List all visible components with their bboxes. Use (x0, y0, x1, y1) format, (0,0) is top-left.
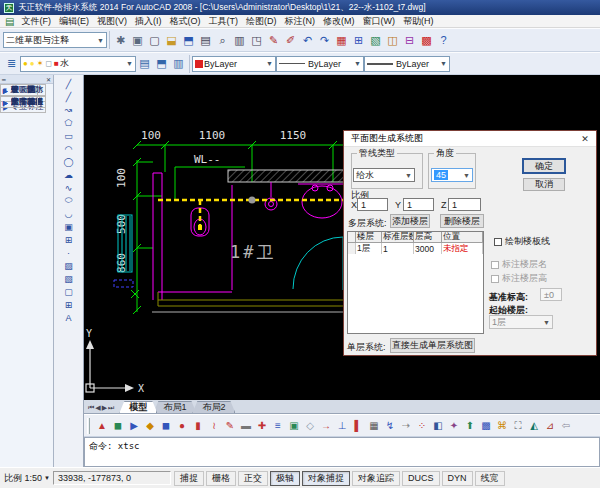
draw-tool-icon[interactable]: ↝ (59, 103, 79, 116)
menu-item[interactable]: 文件(F) (17, 15, 55, 27)
tz-tool-icon[interactable]: ≡ (270, 418, 286, 434)
draw-tool-icon[interactable]: ∿ (59, 181, 79, 194)
layer-tool-icon[interactable]: ⬒ (153, 55, 170, 72)
layer-state-icon[interactable]: ● (23, 59, 28, 68)
tz-tool-icon[interactable]: ⁘ (414, 418, 430, 434)
menu-item[interactable]: 帮助(H) (399, 15, 438, 27)
close-icon[interactable]: ✕ (46, 76, 51, 83)
delete-floor-button[interactable]: 删除楼层 (440, 214, 484, 228)
ok-button[interactable]: 确定 (523, 159, 565, 173)
tz-tool-icon[interactable]: ⬆ (462, 418, 478, 434)
tab-navigation-arrows[interactable]: ⏮◀▶⏭ (88, 404, 115, 412)
tz-tool-icon[interactable]: ◼ (110, 418, 126, 434)
draw-tool-icon[interactable]: ⊞ (59, 298, 79, 311)
floors-table[interactable]: 楼层 标准层数 层高 位置 1层 1 3000 未指定 (347, 231, 484, 334)
sidebar-item[interactable]: 帮 助 (0, 96, 38, 108)
command-line[interactable]: 命令: xtsc (84, 437, 600, 467)
status-toggle[interactable]: 线宽 (475, 471, 505, 486)
draw-slab-checkbox[interactable]: 绘制楼板线 (494, 235, 550, 248)
pipe-type-combo[interactable]: 给水 ▼ (353, 168, 415, 182)
toolbar-icon[interactable]: ✐ (282, 32, 299, 49)
tz-tool-icon[interactable]: ◆ (142, 418, 158, 434)
scale-control[interactable]: 比例 1:50 ▼ (4, 472, 50, 485)
toolbar-icon[interactable]: ▩ (418, 32, 435, 49)
menu-item[interactable]: 视图(V) (93, 15, 131, 27)
tz-tool-icon[interactable]: ▬ (238, 418, 254, 434)
toolbar-icon[interactable]: ◳ (248, 32, 265, 49)
base-elevation-input[interactable]: ±0 (540, 288, 562, 301)
add-floor-button[interactable]: 添加楼层 (390, 214, 430, 228)
dialog-title-bar[interactable]: 平面图生成系统图 (344, 131, 596, 147)
tz-tool-icon[interactable]: ✎ (222, 418, 238, 434)
menu-item[interactable]: 绘图(D) (242, 15, 281, 27)
toolbar-icon[interactable]: ✎ (265, 32, 282, 49)
draw-tool-icon[interactable]: ◠ (59, 142, 79, 155)
generate-single-floor-button[interactable]: 直接生成单层系统图 (390, 338, 475, 353)
toolbar-icon[interactable]: ▧ (367, 32, 384, 49)
tz-tool-icon[interactable]: ⇦ (558, 418, 574, 434)
draw-tool-icon[interactable]: ╱ (59, 77, 79, 90)
tz-tool-icon[interactable]: ● (174, 418, 190, 434)
tz-tool-icon[interactable]: ▦ (366, 418, 382, 434)
draw-tool-icon[interactable]: ◡ (59, 207, 79, 220)
status-toggle[interactable]: 正交 (238, 471, 268, 486)
status-toggle[interactable]: DUCS (402, 471, 440, 486)
tz-tool-icon[interactable]: ▶ (126, 418, 142, 434)
menu-item[interactable]: 插入(I) (131, 15, 166, 27)
layout-tab[interactable]: 布局1 (153, 401, 196, 413)
tz-tool-icon[interactable]: ▌ (350, 418, 366, 434)
toolbar-icon[interactable]: ⊞ (350, 32, 367, 49)
draw-tool-icon[interactable]: ▧ (59, 272, 79, 285)
linetype-combo[interactable]: ByLayer ▼ (276, 56, 364, 72)
angle-combo[interactable]: 45 ▼ (431, 168, 473, 182)
tz-tool-icon[interactable]: ◧ (430, 418, 446, 434)
toolbar-icon[interactable]: ⊟ (401, 32, 418, 49)
tz-tool-icon[interactable]: ◇ (302, 418, 318, 434)
start-floor-combo[interactable]: 1层 ▼ (489, 315, 553, 329)
layer-tool-icon[interactable]: ▥ (170, 55, 187, 72)
status-toggle[interactable]: DYN (442, 471, 473, 486)
toolbar-icon[interactable]: ▦ (333, 32, 350, 49)
layer-properties-icon[interactable]: ≣ (3, 55, 20, 72)
tz-tool-icon[interactable]: ≀ (206, 418, 222, 434)
layer-state-icon[interactable]: ● (30, 59, 35, 68)
draw-tool-icon[interactable]: ▭ (59, 129, 79, 142)
layer-state-icon[interactable]: ■ (54, 59, 59, 68)
row-selector[interactable] (348, 243, 356, 254)
menu-item[interactable]: 修改(M) (319, 15, 359, 27)
dialog-close-icon[interactable]: ✕ (578, 133, 592, 145)
tz-tool-icon[interactable]: ▮ (190, 418, 206, 434)
draw-tool-icon[interactable]: ▨ (59, 259, 79, 272)
toolbar-icon[interactable]: ▥ (231, 32, 248, 49)
tz-tool-icon[interactable]: ⊿ (542, 418, 558, 434)
tz-tool-icon[interactable]: ◼ (158, 418, 174, 434)
tz-tool-icon[interactable]: ▣ (286, 418, 302, 434)
draw-tool-icon[interactable]: ☁ (59, 168, 79, 181)
toolbar-icon[interactable]: ? (435, 32, 452, 49)
color-combo[interactable]: ByLayer ▼ (192, 56, 276, 72)
tz-tool-icon[interactable]: ⛶ (510, 418, 526, 434)
toolbar-icon[interactable]: ▣ (129, 32, 146, 49)
layer-state-icon[interactable]: ◻ (45, 59, 52, 68)
toolbar-icon[interactable]: ⬓ (163, 32, 180, 49)
tz-tool-icon[interactable]: ⌘ (494, 418, 510, 434)
status-toggle[interactable]: 捕捉 (174, 471, 204, 486)
toolbar-icon[interactable]: ▢ (146, 32, 163, 49)
toolbar-grip[interactable] (87, 418, 90, 434)
layout-tab[interactable]: 布局2 (192, 401, 235, 413)
tz-tool-icon[interactable]: ⊥ (334, 418, 350, 434)
draw-tool-icon[interactable]: ⬠ (59, 116, 79, 129)
cancel-button[interactable]: 取消 (523, 178, 565, 191)
status-toggle[interactable]: 对象追踪 (352, 471, 400, 486)
menu-item[interactable]: 标注(N) (280, 15, 319, 27)
draw-tool-icon[interactable]: · (59, 246, 79, 259)
draw-tool-icon[interactable]: ╱ (59, 90, 79, 103)
menu-item[interactable]: 编辑(E) (55, 15, 93, 27)
draw-tool-icon[interactable]: ◯ (59, 155, 79, 168)
tz-tool-icon[interactable]: ◭ (526, 418, 542, 434)
draw-tool-icon[interactable]: A (59, 311, 79, 324)
status-toggle[interactable]: 栅格 (206, 471, 236, 486)
menu-item[interactable]: 窗口(W) (358, 15, 399, 27)
toolbar-icon[interactable]: ⬒ (180, 32, 197, 49)
scale-y-input[interactable]: 1 (403, 198, 434, 211)
